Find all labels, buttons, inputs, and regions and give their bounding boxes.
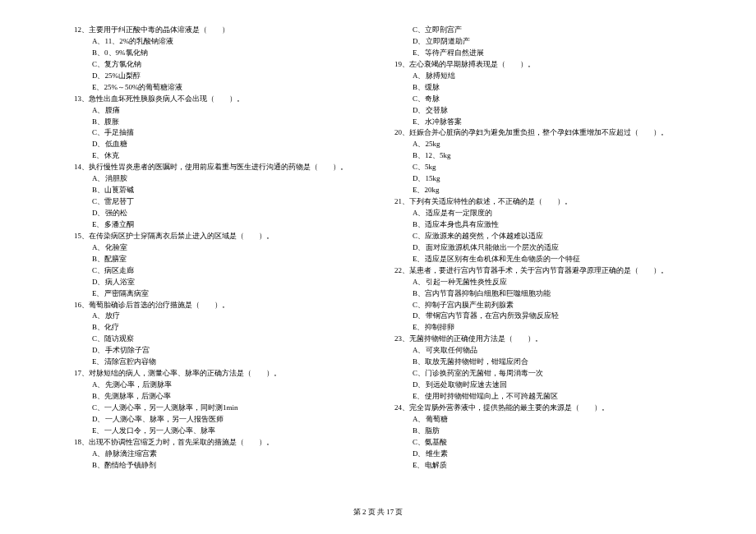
question-number: 17、: [74, 369, 89, 377]
option-letter: B、: [92, 186, 104, 194]
option-text: 多潘立酮: [104, 220, 134, 228]
option-text: 抑制子宫内膜产生前列腺素: [425, 301, 514, 309]
option-letter: C、: [413, 301, 425, 309]
option-text: 面对应激源机体只能做出一个层次的适应: [426, 243, 559, 251]
option-text: 抑制排卵: [425, 323, 454, 331]
option-line: A、25kg: [394, 139, 682, 150]
option-letter: B、: [413, 426, 425, 435]
question-line: 21、下列有关适应特性的叙述，不正确的是（ ）。: [394, 196, 682, 208]
option-line: C、氨基酸: [394, 437, 682, 449]
option-letter: D、: [413, 174, 426, 182]
option-text: 可夹取任何物品: [426, 346, 477, 354]
option-text: 适应是有一定限度的: [426, 209, 492, 217]
option-line: B、化疗: [74, 322, 362, 334]
option-line: E、电解质: [394, 460, 682, 472]
option-line: B、脂肪: [394, 426, 682, 437]
option-letter: C、: [92, 403, 104, 412]
option-letter: E、: [413, 461, 425, 469]
option-text: 25kg: [426, 140, 440, 148]
option-line: E、休克: [74, 150, 362, 162]
option-text: 20kg: [425, 186, 440, 194]
option-text: 雷尼替丁: [104, 197, 134, 205]
option-line: E、水冲脉答案: [394, 117, 682, 128]
option-line: A、11、2%的乳酸钠溶液: [74, 36, 362, 48]
option-letter: B、: [92, 255, 104, 263]
option-line: A、消胆胺: [74, 173, 362, 185]
question-line: 17、对脉短绌的病人，测量心率、脉率的正确方法是（ ）。: [74, 368, 362, 380]
option-line: E、抑制排卵: [394, 322, 682, 334]
option-line: C、病区走廊: [74, 265, 362, 277]
option-letter: B、: [92, 323, 104, 331]
option-line: A、化验室: [74, 242, 362, 254]
option-text: 0、9%氯化钠: [104, 48, 148, 57]
option-text: 配膳室: [104, 255, 127, 263]
option-letter: A、: [92, 243, 105, 251]
option-line: D、一人测心率、脉率，另一人报告医师: [74, 414, 362, 426]
option-letter: C、: [413, 369, 425, 377]
question-number: 19、: [394, 60, 409, 68]
option-line: A、先测心率，后测脉率: [74, 380, 362, 391]
option-text: 先测心率，后测脉率: [105, 380, 172, 389]
option-letter: B、: [413, 151, 425, 159]
option-text: 病区走廊: [104, 266, 134, 274]
question-number: 23、: [394, 334, 409, 343]
question-number: 18、: [74, 438, 89, 446]
question-number: 21、: [394, 197, 409, 205]
right-column: C、立即剖宫产D、立即阴道助产E、等待产程自然进展19、左心衰竭的早期脉搏表现是…: [394, 25, 682, 472]
question-number: 16、: [74, 301, 89, 309]
option-letter: D、: [92, 140, 105, 148]
question-text: 急性出血坏死性胰腺炎病人不会出现（ ）。: [89, 94, 244, 103]
question-line: 13、急性出血坏死性胰腺炎病人不会出现（ ）。: [74, 94, 362, 105]
option-letter: A、: [413, 278, 426, 286]
option-text: 维生素: [426, 449, 448, 458]
option-text: 引起一种无菌性炎性反应: [426, 278, 507, 286]
option-letter: D、: [413, 311, 426, 320]
option-letter: C、: [92, 128, 104, 136]
option-letter: C、: [413, 232, 425, 240]
option-letter: D、: [413, 449, 426, 458]
option-text: 化疗: [104, 323, 119, 331]
question-text: 某患者，要进行宫内节育器手术，关于宫内节育器避孕原理正确的是（ ）。: [409, 266, 668, 274]
option-line: B、适应本身也具有应激性: [394, 219, 682, 231]
question-line: 19、左心衰竭的早期脉搏表现是（ ）。: [394, 59, 682, 71]
option-letter: C、: [413, 94, 425, 103]
option-text: 放疗: [105, 311, 120, 320]
option-line: D、低血糖: [74, 139, 362, 150]
option-text: 15kg: [426, 174, 440, 182]
question-line: 23、无菌持物钳的正确使用方法是（ ）。: [394, 334, 682, 345]
option-line: E、适应是区别有生命机体和无生命物质的一个特征: [394, 254, 682, 265]
option-text: 立即剖宫产: [425, 25, 462, 34]
question-line: 18、出现不协调性宫缩乏力时，首先采取的措施是（ ）。: [74, 437, 362, 449]
option-letter: D、: [413, 106, 426, 114]
option-letter: A、: [92, 174, 105, 182]
option-line: C、复方氯化钠: [74, 59, 362, 71]
option-line: E、等待产程自然进展: [394, 48, 682, 59]
option-line: E、使用时持物钳钳端向上，不可跨越无菌区: [394, 391, 682, 403]
option-line: E、严密隔离病室: [74, 288, 362, 300]
option-letter: E、: [413, 48, 425, 57]
option-line: B、先测脉率，后测心率: [74, 391, 362, 403]
option-letter: A、: [92, 380, 105, 389]
option-text: 到远处取物时应速去速回: [426, 380, 507, 389]
question-text: 下列有关适应特性的叙述，不正确的是（ ）。: [409, 197, 572, 205]
option-letter: B、: [92, 48, 104, 57]
option-letter: E、: [413, 117, 425, 126]
option-letter: E、: [413, 186, 425, 194]
option-text: 先测脉率，后测心率: [104, 392, 171, 400]
option-text: 葡萄糖: [426, 415, 448, 423]
option-line: D、带铜宫内节育器，在宫内所致异物反应轻: [394, 311, 682, 322]
option-text: 门诊换药室的无菌钳，每周消毒一次: [425, 369, 543, 377]
question-number: 22、: [394, 266, 409, 274]
option-line: E、20kg: [394, 185, 682, 196]
page-footer: 第 2 页 共 17 页: [0, 507, 756, 518]
question-number: 14、: [74, 163, 89, 171]
option-letter: B、: [92, 392, 104, 400]
option-line: B、取放无菌持物钳时，钳端应闭合: [394, 357, 682, 368]
option-line: D、病人浴室: [74, 277, 362, 288]
option-letter: D、: [413, 380, 426, 389]
option-text: 腹胀: [104, 117, 119, 126]
option-line: D、交替脉: [394, 105, 682, 117]
option-text: 手足抽搐: [104, 128, 134, 136]
option-letter: E、: [92, 426, 104, 435]
option-text: 使用时持物钳钳端向上，不可跨越无菌区: [425, 392, 558, 400]
